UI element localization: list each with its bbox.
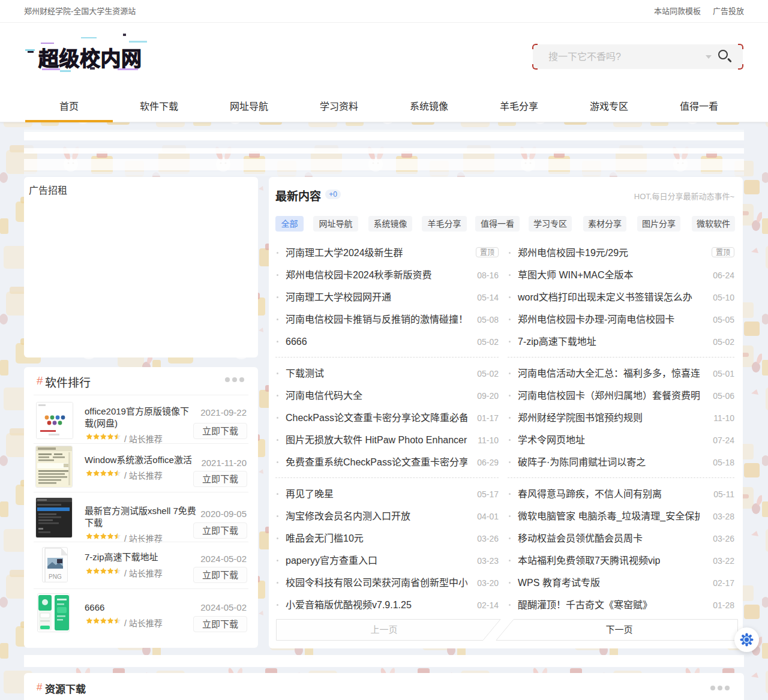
svg-text:下一页: 下一页	[605, 624, 632, 635]
svg-text:PNG: PNG	[49, 573, 62, 580]
svg-text:上一页: 上一页	[370, 624, 397, 635]
